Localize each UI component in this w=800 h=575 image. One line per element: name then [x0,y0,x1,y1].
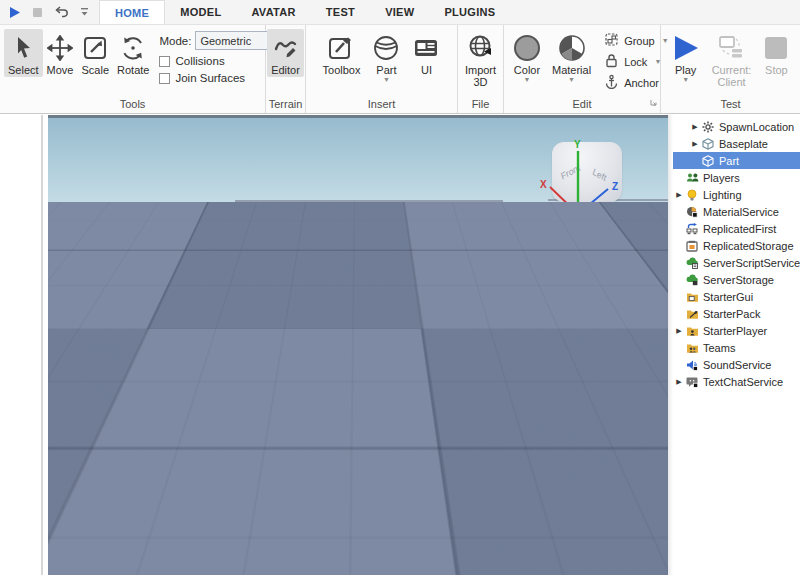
tree-item-players[interactable]: Players [673,169,800,186]
toolbox-icon [327,32,355,64]
stop-icon [762,32,790,64]
rotate-icon [120,32,146,64]
tree-item-baseplate[interactable]: ▶ Baseplate [673,135,800,152]
main-area: Front Left Y X Z ▶ SpawnLocation [0,115,800,575]
move-tool-button[interactable]: Move [43,29,78,77]
tree-item-part[interactable]: Part [673,152,800,169]
customize-quick-access-icon[interactable] [80,7,89,17]
select-tool-button[interactable]: Select [4,29,43,77]
chevron-down-icon: ▼ [654,58,661,65]
expand-arrow-icon[interactable]: ▶ [673,378,685,386]
part-icon [701,154,715,168]
baseplate-icon [701,137,715,151]
tree-item-startergui[interactable]: StarterGui [673,288,800,305]
current-client-button[interactable]: Current: Client [708,29,756,89]
tree-item-materialservice[interactable]: MaterialService [673,203,800,220]
soundservice-icon [685,358,699,372]
file-section-label: File [458,97,503,113]
tree-item-starterplayer[interactable]: ▶ StarterPlayer [673,322,800,339]
quick-access-toolbar [0,0,99,24]
spawnlocation-icon [701,120,715,134]
play-button[interactable]: Play ▼ [667,29,705,85]
tree-item-starterpack[interactable]: StarterPack [673,305,800,322]
lock-button[interactable]: Lock ▼ [601,52,672,71]
tree-item-serverstorage[interactable]: ServerStorage [673,271,800,288]
ribbon-section-insert: Toolbox Part ▼ UI Insert [306,25,458,113]
left-dock-empty-panel [0,115,43,575]
chevron-down-icon: ▼ [662,37,669,44]
tab-plugins[interactable]: PLUGINS [429,0,510,24]
ribbon-section-file: Import 3D File [458,25,504,113]
join-surfaces-checkbox[interactable]: Join Surfaces [159,72,279,84]
tree-item-serverscriptservice[interactable]: ServerScriptService [673,254,800,271]
tab-view[interactable]: VIEW [370,0,429,24]
color-button[interactable]: Color ▼ [508,29,546,85]
teams-icon [685,341,699,355]
select-cursor-icon [11,32,35,64]
expand-arrow-icon[interactable]: ▶ [689,123,701,131]
explorer-tree: ▶ SpawnLocation ▶ Baseplate Part [673,115,800,390]
tab-test[interactable]: TEST [311,0,370,24]
terrain-editor-button[interactable]: Editor [267,29,304,77]
chevron-down-icon: ▼ [568,76,575,84]
baseplate-far-edge [235,200,503,202]
part-sphere-icon [372,32,400,64]
quick-play-icon[interactable] [8,6,21,19]
starterpack-icon [685,307,699,321]
join-surfaces-checkbox-box[interactable] [159,73,170,84]
tab-model[interactable]: MODEL [165,0,236,24]
axis-z-label: Z [612,181,618,192]
expand-arrow-icon[interactable]: ▶ [689,140,701,148]
terrain-editor-icon [273,32,299,64]
tab-avatar[interactable]: AVATAR [236,0,310,24]
test-section-label: Test [661,97,800,113]
expand-arrow-icon[interactable]: ▶ [673,191,685,199]
toolbox-button[interactable]: Toolbox [319,29,365,77]
import-3d-button[interactable]: Import 3D [461,29,500,89]
tab-home[interactable]: HOME [99,0,165,24]
stop-button[interactable]: Stop [758,29,794,77]
tree-item-soundservice[interactable]: SoundService [673,356,800,373]
players-icon [685,171,699,185]
view-cube[interactable]: Front Left Y X Z [540,137,636,221]
current-client-icon [717,32,747,64]
viewport-top-strip [48,115,668,118]
collisions-checkbox[interactable]: Collisions [159,55,279,67]
startergui-icon [685,290,699,304]
selected-sphere-part[interactable] [316,377,392,453]
play-icon [671,32,701,64]
serverscriptservice-icon [685,256,699,270]
tree-item-textchatservice[interactable]: ▶ TextChatService [673,373,800,390]
material-button[interactable]: Material ▼ [548,29,595,85]
roblox-studio-window: HOME MODEL AVATAR TEST VIEW PLUGINS Sele… [0,0,800,575]
insert-part-button[interactable]: Part ▼ [368,29,404,85]
tools-options: Mode: Geometric ▼ Collisions Join Surfac… [153,29,281,84]
tree-item-replicatedfirst[interactable]: ReplicatedFirst [673,220,800,237]
axis-indicator [540,137,636,221]
viewport-3d[interactable]: Front Left Y X Z [48,115,668,575]
tree-item-spawnlocation[interactable]: ▶ SpawnLocation [673,118,800,135]
insert-ui-button[interactable]: UI [408,29,444,77]
axis-x-label: X [540,179,547,190]
ui-icon [412,32,440,64]
collisions-checkbox-box[interactable] [159,56,170,67]
quick-stop-icon[interactable] [32,7,43,18]
tree-item-replicatedstorage[interactable]: ReplicatedStorage [673,237,800,254]
mode-label: Mode: [159,35,191,47]
expand-arrow-icon[interactable]: ▶ [673,327,685,335]
scale-tool-button[interactable]: Scale [77,29,113,77]
rotate-tool-button[interactable]: Rotate [113,29,153,77]
material-sphere-icon [557,32,587,64]
ribbon-section-edit: Color ▼ Material ▼ Group ▼ L [504,25,661,113]
axis-y-label: Y [574,139,581,150]
insert-section-label: Insert [306,97,457,113]
tree-item-lighting[interactable]: ▶ Lighting [673,186,800,203]
undo-icon[interactable] [54,6,69,18]
anchor-button[interactable]: Anchor [601,73,672,92]
serverstorage-icon [685,273,699,287]
group-button[interactable]: Group ▼ [601,31,672,50]
tree-item-teams[interactable]: Teams [673,339,800,356]
edit-stack: Group ▼ Lock ▼ Anchor [597,29,672,92]
edit-dialog-launcher-icon[interactable] [650,92,657,110]
tab-bar: HOME MODEL AVATAR TEST VIEW PLUGINS [0,0,800,25]
